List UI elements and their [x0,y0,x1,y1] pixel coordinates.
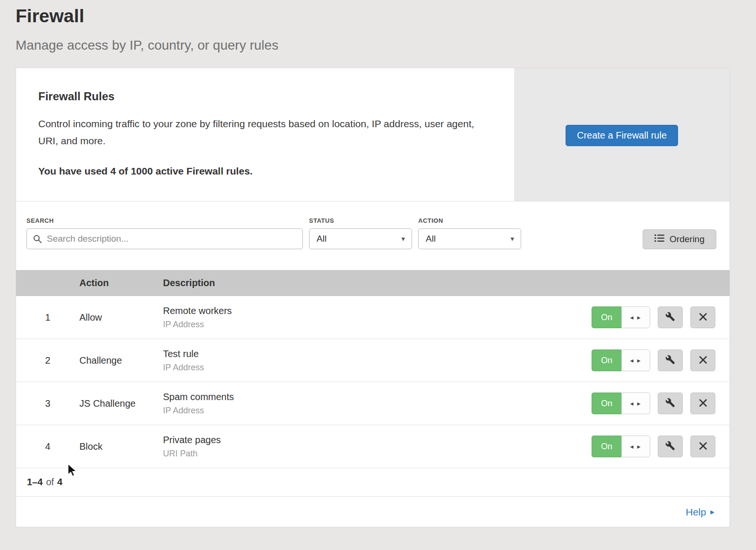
create-firewall-rule-button[interactable]: Create a Firewall rule [566,125,678,146]
firewall-rules-card: Firewall Rules Control incoming traffic … [16,68,730,527]
close-icon [699,356,707,366]
left-right-arrows-icon: ◂ ▸ [630,314,642,321]
action-select[interactable]: All ▾ [418,228,521,249]
delete-rule-button[interactable] [690,436,715,457]
edit-rule-button[interactable] [658,393,683,414]
rule-number: 1 [16,312,79,323]
rule-controls: On ◂ ▸ [592,393,730,414]
rule-number: 2 [16,355,79,366]
rule-match-type: IP Address [163,320,592,330]
action-label: ACTION [418,217,521,224]
rule-action: Allow [79,312,163,323]
chevron-down-icon: ▾ [401,235,405,243]
rule-match-type: IP Address [163,363,592,373]
table-row: 4 Block Private pages URI Path On ◂ ▸ [16,425,730,468]
left-right-arrows-icon: ◂ ▸ [630,443,642,450]
rules-usage-text: You have used 4 of 1000 active Firewall … [38,166,495,177]
table-row: 1 Allow Remote workers IP Address On ◂ ▸ [16,296,730,339]
toggle-on-label[interactable]: On [592,436,621,457]
rule-description-cell: Private pages URI Path [163,435,592,459]
card-header-action-panel: Create a Firewall rule [514,68,730,201]
rule-description: Remote workers [163,306,592,316]
action-selected-value: All [426,234,436,244]
delete-rule-button[interactable] [690,349,715,371]
pagination-of: of [46,477,54,488]
edit-rule-button[interactable] [658,436,683,457]
wrench-icon [665,312,675,323]
toggle-drag-handle[interactable]: ◂ ▸ [621,349,650,371]
close-icon [699,399,707,409]
rule-description: Private pages [163,435,592,445]
toggle-drag-handle[interactable]: ◂ ▸ [621,306,650,328]
search-input[interactable] [26,228,303,249]
ordered-list-icon [654,234,664,244]
page-subtitle: Manage access by IP, country, or query r… [16,38,278,53]
delete-rule-button[interactable] [690,393,715,414]
rule-match-type: IP Address [163,406,592,416]
wrench-icon [665,441,675,452]
rule-number: 4 [16,441,79,452]
toggle-drag-handle[interactable]: ◂ ▸ [621,393,650,414]
rule-enabled-toggle[interactable]: On ◂ ▸ [592,349,650,371]
ordering-button[interactable]: Ordering [643,229,716,249]
wrench-icon [665,355,675,366]
toggle-on-label[interactable]: On [592,393,621,414]
rule-action: Block [79,441,163,452]
left-right-arrows-icon: ◂ ▸ [630,400,642,407]
help-link[interactable]: Help ▸ [686,506,714,518]
rule-enabled-toggle[interactable]: On ◂ ▸ [592,393,650,414]
search-icon [33,234,42,245]
rule-enabled-toggle[interactable]: On ◂ ▸ [592,306,650,328]
rule-match-type: URI Path [163,449,592,459]
pagination-range: 1–4 [27,477,43,488]
page-title: Firewall [16,6,84,26]
search-filter-group: SEARCH [26,217,303,249]
rule-action: Challenge [79,355,163,366]
rule-controls: On ◂ ▸ [592,436,730,457]
rule-description: Spam comments [163,392,592,402]
edit-rule-button[interactable] [658,306,683,328]
table-row: 2 Challenge Test rule IP Address On ◂ ▸ [16,339,730,382]
column-action: Action [79,278,163,288]
help-link-label: Help [686,506,706,518]
table-row: 3 JS Challenge Spam comments IP Address … [16,382,730,425]
pagination-total: 4 [57,477,62,488]
card-heading: Firewall Rules [38,90,495,103]
delete-rule-button[interactable] [690,306,715,328]
rule-description: Test rule [163,349,592,359]
column-description: Description [163,278,730,288]
search-label: SEARCH [26,217,303,224]
table-header: Action Description [16,270,730,296]
ordering-button-label: Ordering [670,234,704,244]
card-footer: Help ▸ [16,497,730,527]
toggle-on-label[interactable]: On [592,349,621,371]
rule-enabled-toggle[interactable]: On ◂ ▸ [592,436,650,457]
card-header: Firewall Rules Control incoming traffic … [16,68,730,201]
toggle-on-label[interactable]: On [592,306,621,328]
help-arrow-icon: ▸ [710,507,714,517]
action-filter-group: ACTION All ▾ [418,217,521,249]
chevron-down-icon: ▾ [510,235,514,243]
rule-description-cell: Spam comments IP Address [163,392,592,416]
pagination: 1–4 of 4 [16,468,730,497]
toggle-drag-handle[interactable]: ◂ ▸ [621,436,650,457]
filters-bar: SEARCH STATUS All ▾ ACTION All ▾ [16,201,730,270]
rule-action: JS Challenge [79,398,163,409]
rule-number: 3 [16,398,79,409]
card-header-text: Firewall Rules Control incoming traffic … [16,68,514,201]
status-select[interactable]: All ▾ [309,228,412,249]
rule-controls: On ◂ ▸ [592,306,730,328]
rule-description-cell: Test rule IP Address [163,349,592,373]
wrench-icon [665,398,675,409]
rule-controls: On ◂ ▸ [592,349,730,371]
search-box [26,228,303,249]
left-right-arrows-icon: ◂ ▸ [630,357,642,364]
status-label: STATUS [309,217,412,224]
close-icon [699,442,707,452]
status-selected-value: All [317,234,326,244]
status-filter-group: STATUS All ▾ [309,217,412,249]
rule-description-cell: Remote workers IP Address [163,306,592,330]
close-icon [699,313,707,323]
edit-rule-button[interactable] [658,349,683,371]
card-description: Control incoming traffic to your zone by… [38,115,485,149]
